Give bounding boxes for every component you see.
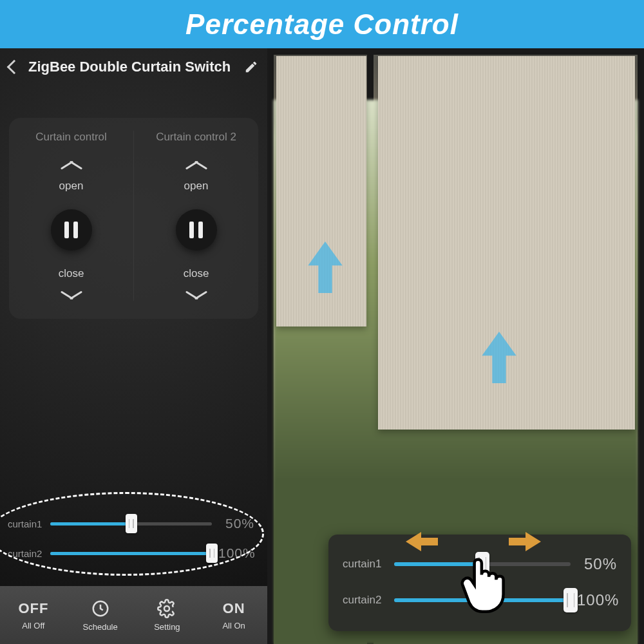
chevron-up-icon[interactable] [59, 159, 84, 171]
slider-2-value: 100% [218, 545, 254, 561]
slider-1-label: curtain1 [8, 518, 44, 529]
up-arrow-icon [306, 242, 345, 293]
callout-slider-1-value: 50% [577, 555, 617, 573]
close-label: close [184, 267, 209, 280]
slider-1-thumb[interactable] [126, 514, 137, 533]
slider-row-2: curtain2 100% [8, 538, 254, 568]
curtain-control-1: Curtain control open close [9, 131, 133, 301]
setting-label: Setting [154, 622, 180, 632]
slider-2-label: curtain2 [8, 548, 44, 559]
swipe-right-arrow-icon [509, 532, 541, 551]
app-panel: ZigBee Double Curtain Switch Curtain con… [0, 48, 267, 644]
app-header: ZigBee Double Curtain Switch [0, 48, 267, 86]
on-big-label: ON [223, 600, 245, 617]
chevron-down-icon[interactable] [59, 289, 84, 301]
schedule-label: Schedule [83, 622, 118, 632]
callout-panel: curtain1 50% curtain2 100% [328, 535, 631, 631]
slider-1-value: 50% [218, 516, 254, 531]
all-off-button[interactable]: OFF All Off [0, 586, 67, 644]
all-on-button[interactable]: ON All On [200, 586, 267, 644]
edit-icon[interactable] [244, 60, 258, 74]
schedule-button[interactable]: Schedule [67, 586, 134, 644]
pause-button-1[interactable] [51, 209, 92, 251]
up-arrow-icon [480, 332, 518, 383]
banner-title: Percentage Control [185, 8, 459, 41]
slider-area: curtain1 50% curtain2 100% [0, 496, 267, 586]
control-card: Curtain control open close Curtain contr… [9, 118, 258, 319]
slider-2-track[interactable] [50, 552, 212, 555]
slider-2-thumb[interactable] [206, 544, 218, 563]
open-label: open [59, 180, 84, 193]
callout-slider-2-label: curtain2 [343, 594, 388, 607]
all-on-label: All On [222, 621, 245, 630]
clock-icon [91, 599, 110, 618]
hand-cursor-icon [457, 555, 507, 613]
slider-1-track[interactable] [50, 522, 212, 526]
chevron-up-icon[interactable] [184, 159, 209, 171]
open-label: open [184, 180, 209, 193]
callout-slider-1-label: curtain1 [343, 558, 388, 571]
callout-slider-2-thumb[interactable] [564, 588, 578, 612]
svg-point-1 [164, 606, 169, 611]
bottom-bar: OFF All Off Schedule Setting ON All On [0, 586, 267, 644]
chevron-down-icon[interactable] [184, 289, 209, 301]
slider-2-fill [50, 552, 212, 555]
setting-button[interactable]: Setting [134, 586, 201, 644]
page-title: ZigBee Double Curtain Switch [28, 59, 238, 75]
callout-slider-2-value: 100% [577, 591, 617, 609]
close-label: close [59, 267, 84, 280]
back-icon[interactable] [7, 60, 22, 75]
off-big-label: OFF [18, 600, 48, 617]
pause-button-2[interactable] [176, 209, 217, 251]
curtain-control-2: Curtain control 2 open close [133, 131, 258, 301]
control-2-title: Curtain control 2 [156, 131, 236, 144]
slider-row-1: curtain1 50% [8, 509, 254, 538]
all-off-label: All Off [22, 621, 44, 630]
slider-1-fill [50, 522, 131, 526]
gear-icon [157, 599, 176, 618]
photo-area: curtain1 50% curtain2 100% [267, 48, 644, 644]
banner: Percentage Control [0, 0, 644, 48]
swipe-left-arrow-icon [406, 532, 438, 551]
control-1-title: Curtain control [35, 131, 107, 144]
